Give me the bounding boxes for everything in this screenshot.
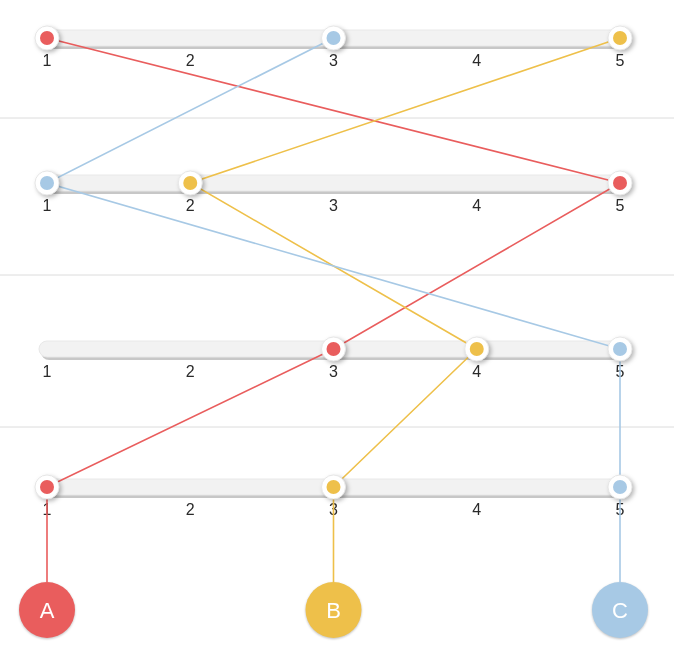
- parallel-coordinates-chart: 12345123451234512345ABC: [0, 0, 674, 661]
- data-point: [178, 171, 202, 195]
- tick-label: 3: [329, 52, 338, 69]
- tick-label: 4: [472, 197, 481, 214]
- tick-label: 2: [186, 52, 195, 69]
- category-node-A: A: [19, 582, 75, 638]
- svg-point-23: [183, 176, 197, 190]
- svg-point-27: [327, 342, 341, 356]
- svg-point-31: [613, 342, 627, 356]
- svg-point-33: [40, 480, 54, 494]
- tick-label: 2: [186, 501, 195, 518]
- data-point: [608, 171, 632, 195]
- tick-label: 5: [616, 197, 625, 214]
- data-point: [608, 337, 632, 361]
- data-point: [322, 337, 346, 361]
- category-label: C: [612, 598, 628, 623]
- data-point: [608, 475, 632, 499]
- svg-point-19: [327, 31, 341, 45]
- data-point: [608, 26, 632, 50]
- tick-label: 2: [186, 363, 195, 380]
- category-node-C: C: [592, 582, 648, 638]
- data-point: [322, 26, 346, 50]
- tick-label: 1: [43, 197, 52, 214]
- tick-label: 3: [329, 197, 338, 214]
- tick-label: 3: [329, 363, 338, 380]
- svg-point-21: [613, 176, 627, 190]
- category-label: B: [326, 598, 341, 623]
- data-point: [35, 26, 59, 50]
- svg-point-15: [40, 31, 54, 45]
- data-point: [322, 475, 346, 499]
- tick-label: 4: [472, 52, 481, 69]
- axis-row-2: 12345: [39, 175, 630, 214]
- svg-point-25: [40, 176, 54, 190]
- data-point: [35, 171, 59, 195]
- svg-point-35: [327, 480, 341, 494]
- series-line-B: [190, 38, 620, 582]
- svg-point-37: [613, 480, 627, 494]
- category-label: A: [40, 598, 55, 623]
- tick-label: 4: [472, 501, 481, 518]
- tick-label: 2: [186, 197, 195, 214]
- svg-rect-6: [39, 175, 628, 191]
- tick-label: 5: [616, 52, 625, 69]
- data-point: [35, 475, 59, 499]
- data-point: [465, 337, 489, 361]
- tick-label: 4: [472, 363, 481, 380]
- category-node-B: B: [306, 582, 362, 638]
- svg-point-29: [470, 342, 484, 356]
- tick-label: 1: [43, 363, 52, 380]
- tick-label: 1: [43, 52, 52, 69]
- svg-point-17: [613, 31, 627, 45]
